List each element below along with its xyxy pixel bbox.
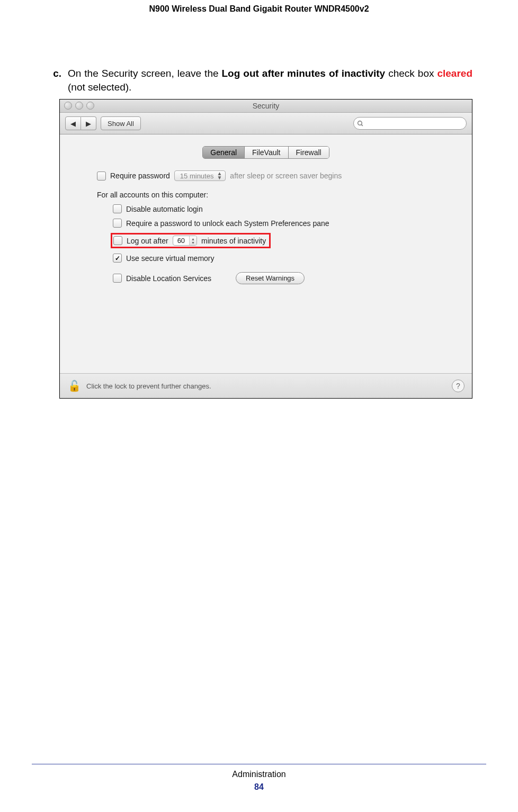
nav-forward-button[interactable]: ▶: [81, 116, 96, 130]
step-text-mid: check box: [385, 68, 437, 79]
zoom-icon[interactable]: [86, 102, 94, 110]
window-body: General FileVault Firewall Require passw…: [60, 134, 472, 284]
footer-page-number: 84: [0, 782, 518, 792]
footer-category: Administration: [0, 770, 518, 779]
step-bold: Log out after minutes of inactivity: [222, 68, 386, 79]
window-toolbar: ◀ ▶ Show All: [60, 113, 472, 134]
disable-auto-login-label: Disable automatic login: [126, 205, 203, 213]
step-text: On the Security screen, leave the Log ou…: [68, 67, 472, 94]
disable-location-checkbox[interactable]: [113, 274, 122, 283]
logout-before: Log out after: [127, 237, 168, 245]
search-field[interactable]: [353, 117, 467, 130]
tab-filevault[interactable]: FileVault: [244, 147, 288, 158]
disable-auto-login-checkbox[interactable]: [113, 204, 122, 213]
page-header-title: N900 Wireless Dual Band Gigabit Router W…: [0, 0, 518, 14]
search-icon: [357, 120, 364, 127]
nav-back-button[interactable]: ◀: [65, 116, 81, 130]
lock-text: Click the lock to prevent further change…: [86, 382, 211, 390]
instruction-step: c. On the Security screen, leave the Log…: [46, 67, 472, 94]
popup-arrows-icon: ▲▼: [217, 172, 222, 180]
require-pw-pane-label: Require a password to unlock each System…: [126, 219, 329, 228]
disable-location-label: Disable Location Services: [126, 274, 211, 283]
traffic-lights[interactable]: [64, 102, 94, 110]
stepper-arrows-icon[interactable]: ▲▼: [189, 236, 197, 245]
lock-icon[interactable]: 🔓: [67, 379, 81, 393]
tab-firewall[interactable]: Firewall: [288, 147, 329, 158]
all-accounts-label: For all accounts on this computer:: [97, 191, 208, 199]
security-window: Security ◀ ▶ Show All General FileVault …: [59, 99, 472, 399]
logout-checkbox[interactable]: [113, 236, 122, 245]
svg-point-0: [358, 121, 362, 125]
tab-general[interactable]: General: [203, 147, 244, 158]
secure-vm-label: Use secure virtual memory: [126, 254, 215, 263]
require-pw-pane-checkbox[interactable]: [113, 219, 122, 228]
window-footer: 🔓 Click the lock to prevent further chan…: [60, 373, 472, 398]
logout-minutes-stepper[interactable]: 60 ▲▼: [173, 236, 197, 246]
page-footer: Administration 84: [0, 764, 518, 792]
logout-after: minutes of inactivity: [201, 237, 266, 245]
step-cleared: cleared: [437, 68, 472, 79]
step-text-before: On the Security screen, leave the: [68, 68, 222, 79]
footer-rule: [32, 764, 486, 764]
window-title: Security: [253, 102, 280, 110]
tabbar: General FileVault Firewall: [202, 146, 329, 159]
logout-minutes-value: 60: [173, 236, 189, 245]
logout-highlight: Log out after 60 ▲▼ minutes of inactivit…: [111, 233, 271, 248]
require-password-label: Require password: [110, 172, 170, 180]
require-password-delay-popup[interactable]: 15 minutes ▲▼: [174, 170, 226, 181]
secure-vm-checkbox[interactable]: [113, 254, 122, 263]
window-titlebar: Security: [60, 100, 472, 113]
svg-line-1: [361, 124, 363, 126]
minimize-icon[interactable]: [75, 102, 83, 110]
show-all-button[interactable]: Show All: [101, 116, 141, 130]
reset-warnings-button[interactable]: Reset Warnings: [236, 272, 305, 284]
step-marker: c.: [46, 67, 61, 94]
step-text-after: (not selected).: [68, 82, 131, 93]
close-icon[interactable]: [64, 102, 72, 110]
help-button[interactable]: ?: [452, 380, 465, 392]
require-password-after: after sleep or screen saver begins: [230, 172, 342, 180]
popup-value: 15 minutes: [180, 172, 214, 180]
require-password-checkbox[interactable]: [97, 172, 106, 181]
